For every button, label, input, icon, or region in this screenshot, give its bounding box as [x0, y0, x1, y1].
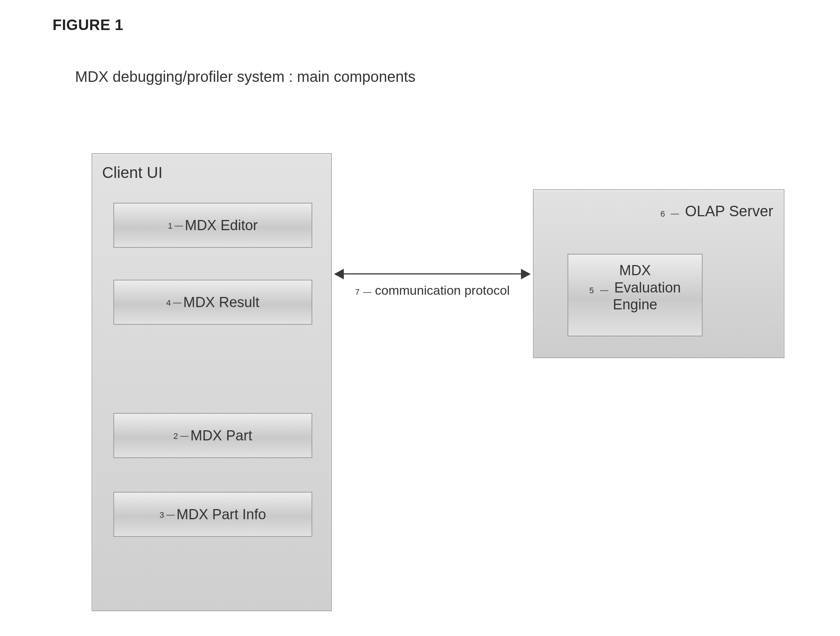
ref-number: 7: [355, 287, 360, 297]
engine-word: Evaluation: [614, 280, 681, 296]
box-label: MDX Part Info: [177, 506, 266, 523]
box-mdx-part-info: 3 — MDX Part Info: [113, 492, 312, 537]
figure-title: FIGURE 1: [52, 16, 123, 33]
olap-label-text: OLAP Server: [685, 203, 773, 219]
box-mdx-evaluation-engine: MDX 5 — Evaluation Engine: [567, 254, 703, 336]
connector-text: communication protocol: [375, 283, 510, 297]
olap-server-label: 6 — OLAP Server: [661, 203, 773, 220]
ref-dash: —: [180, 431, 188, 441]
ref-dash: —: [671, 209, 679, 218]
client-ui-panel: Client UI 1 — MDX Editor 4 — MDX Result …: [92, 153, 332, 611]
ref-dash: —: [173, 298, 181, 307]
arrow-head-left-icon: [334, 269, 344, 279]
engine-line1: MDX: [568, 262, 702, 279]
client-ui-label: Client UI: [102, 164, 163, 182]
figure-subtitle: MDX debugging/profiler system : main com…: [75, 68, 415, 85]
ref-number: 3: [159, 510, 164, 520]
ref-number: 4: [166, 298, 171, 308]
ref-dash: —: [363, 287, 371, 297]
ref-dash: —: [175, 221, 182, 231]
box-label: MDX Result: [183, 294, 259, 310]
ref-number: 1: [168, 221, 172, 231]
arrow-head-right-icon: [521, 269, 531, 279]
box-label: MDX Editor: [185, 217, 257, 234]
engine-line3: Engine: [568, 296, 702, 313]
connector-label: 7 — communication protocol: [332, 283, 533, 298]
connector-arrow: 7 — communication protocol: [332, 261, 533, 305]
box-mdx-result: 4 — MDX Result: [113, 280, 312, 325]
ref-dash: —: [166, 510, 174, 520]
engine-line2: 5 — Evaluation: [568, 279, 702, 297]
box-label: MDX Part: [190, 428, 252, 444]
olap-server-panel: 6 — OLAP Server MDX 5 — Evaluation Engin…: [533, 189, 785, 358]
ref-number: 2: [174, 431, 178, 441]
figure-page: FIGURE 1 MDX debugging/profiler system :…: [0, 0, 840, 636]
ref-number: 5: [589, 286, 594, 295]
arrow-line: [343, 273, 522, 274]
box-mdx-part: 2 — MDX Part: [113, 413, 312, 458]
ref-number: 6: [661, 209, 665, 218]
ref-dash: —: [600, 285, 608, 295]
box-mdx-editor: 1 — MDX Editor: [113, 203, 312, 248]
